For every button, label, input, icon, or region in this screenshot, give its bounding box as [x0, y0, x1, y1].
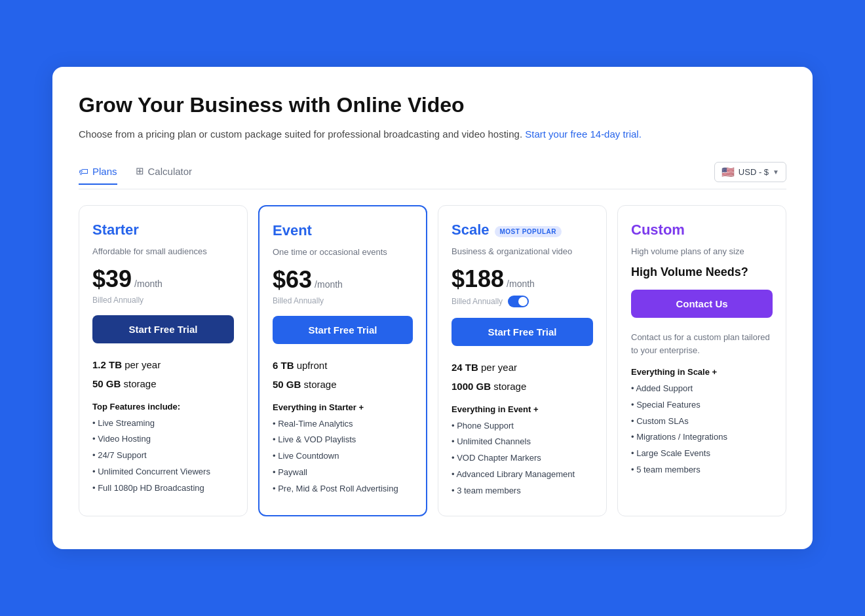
high-volume-text: High Volume Needs?: [631, 265, 773, 279]
storage-line1-event: 6 TB upfront: [273, 357, 413, 374]
plan-name-event: Event: [273, 222, 312, 239]
tabs-row: 🏷 Plans ⊞ Calculator 🇺🇸 USD - $ ▼: [79, 162, 786, 189]
feature-item: • Paywall: [273, 466, 413, 480]
tab-plans[interactable]: 🏷 Plans: [79, 166, 117, 185]
plan-subtitle-custom: High volume plans of any size: [631, 246, 773, 256]
tabs-left: 🏷 Plans ⊞ Calculator: [79, 165, 192, 185]
cta-button-starter[interactable]: Start Free Trial: [92, 315, 234, 343]
feature-item: • Full 1080p HD Broadcasting: [92, 482, 234, 495]
most-popular-badge: MOST POPULAR: [495, 226, 562, 237]
price-period-starter: /month: [134, 279, 163, 289]
plan-name-starter: Starter: [92, 221, 139, 239]
billing-scale: Billed Annually: [452, 296, 593, 307]
feature-item: • Unlimited Channels: [452, 435, 593, 449]
billing-starter: Billed Annually: [92, 296, 234, 305]
cta-button-scale[interactable]: Start Free Trial: [452, 318, 593, 346]
feature-item: • 3 team members: [452, 484, 593, 498]
price-amount-starter: $39: [92, 265, 132, 293]
feature-item: • Phone Support: [452, 419, 593, 433]
feature-item: • Live Countdown: [273, 450, 413, 463]
plan-price-event: $63 /month: [273, 266, 413, 294]
plan-name-row-event: Event: [273, 222, 413, 243]
features-header-starter: Top Features include:: [92, 402, 234, 412]
features-header-scale: Everything in Event +: [452, 404, 593, 414]
feature-item: • Custom SLAs: [631, 415, 773, 429]
plan-price-starter: $39 /month: [92, 265, 234, 293]
contact-description: Contact us for a custom plan tailored to…: [631, 331, 773, 358]
price-amount-scale: $188: [452, 265, 504, 293]
feature-item: • Video Hosting: [92, 433, 234, 446]
feature-item: • Live & VOD Playlists: [273, 433, 413, 447]
price-period-scale: /month: [507, 279, 535, 289]
tab-calculator[interactable]: ⊞ Calculator: [136, 165, 193, 185]
storage-line2-scale: 1000 GB storage: [452, 378, 593, 395]
plan-name-custom: Custom: [631, 221, 685, 239]
storage-line2-event: 50 GB storage: [273, 376, 413, 393]
feature-item: • Migrations / Integrations: [631, 431, 773, 444]
feature-item: • 5 team members: [631, 463, 773, 477]
page-subtitle: Choose from a pricing plan or custom pac…: [79, 126, 786, 142]
feature-item: • Real-Time Analytics: [273, 417, 413, 431]
feature-item: • Pre, Mid & Post Roll Advertising: [273, 482, 413, 496]
billing-event: Billed Annually: [273, 296, 413, 305]
plan-card-event: Event One time or occasional events $63 …: [258, 205, 427, 517]
cta-button-custom[interactable]: Contact Us: [631, 290, 773, 318]
chevron-down-icon: ▼: [773, 168, 779, 176]
currency-selector[interactable]: 🇺🇸 USD - $ ▼: [714, 162, 786, 182]
features-header-event: Everything in Starter +: [273, 402, 413, 412]
flag-icon: 🇺🇸: [721, 166, 735, 178]
feature-item: • Live Streaming: [92, 417, 234, 431]
price-amount-event: $63: [273, 266, 312, 294]
cta-button-event[interactable]: Start Free Trial: [273, 316, 413, 344]
price-period-event: /month: [315, 279, 343, 290]
plan-price-scale: $188 /month: [452, 265, 593, 293]
currency-label: USD - $: [739, 167, 769, 177]
calculator-icon: ⊞: [136, 165, 144, 177]
feature-item: • Added Support: [631, 382, 773, 396]
tag-icon: 🏷: [79, 166, 88, 177]
plan-subtitle-starter: Affordable for small audiences: [92, 246, 234, 256]
plan-card-scale: Scale MOST POPULAR Business & organizati…: [438, 205, 607, 517]
plan-name-row-custom: Custom: [631, 221, 773, 242]
feature-item: • 24/7 Support: [92, 449, 234, 463]
feature-item: • Large Scale Events: [631, 447, 773, 461]
plan-name-row-starter: Starter: [92, 221, 234, 242]
plan-card-starter: Starter Affordable for small audiences $…: [79, 205, 248, 517]
plan-name-scale: Scale: [452, 221, 490, 239]
storage-line1-scale: 24 TB per year: [452, 359, 593, 376]
feature-item: • Special Features: [631, 398, 773, 412]
plans-grid: Starter Affordable for small audiences $…: [79, 205, 786, 517]
pricing-container: Grow Your Business with Online Video Cho…: [52, 67, 813, 550]
storage-line2-starter: 50 GB storage: [92, 375, 234, 393]
plan-subtitle-scale: Business & organizational video: [452, 246, 593, 256]
page-title: Grow Your Business with Online Video: [79, 93, 786, 117]
billing-toggle[interactable]: [508, 296, 529, 307]
features-header-custom: Everything in Scale +: [631, 367, 773, 377]
trial-link[interactable]: Start your free 14-day trial.: [525, 128, 642, 140]
feature-item: • VOD Chapter Markers: [452, 452, 593, 465]
plan-name-row-scale: Scale MOST POPULAR: [452, 221, 593, 242]
feature-item: • Unlimited Concurrent Viewers: [92, 465, 234, 479]
plan-card-custom: Custom High volume plans of any size Hig…: [617, 205, 786, 517]
storage-line1-starter: 1.2 TB per year: [92, 356, 234, 374]
plan-subtitle-event: One time or occasional events: [273, 247, 413, 257]
feature-item: • Advanced Library Management: [452, 468, 593, 482]
